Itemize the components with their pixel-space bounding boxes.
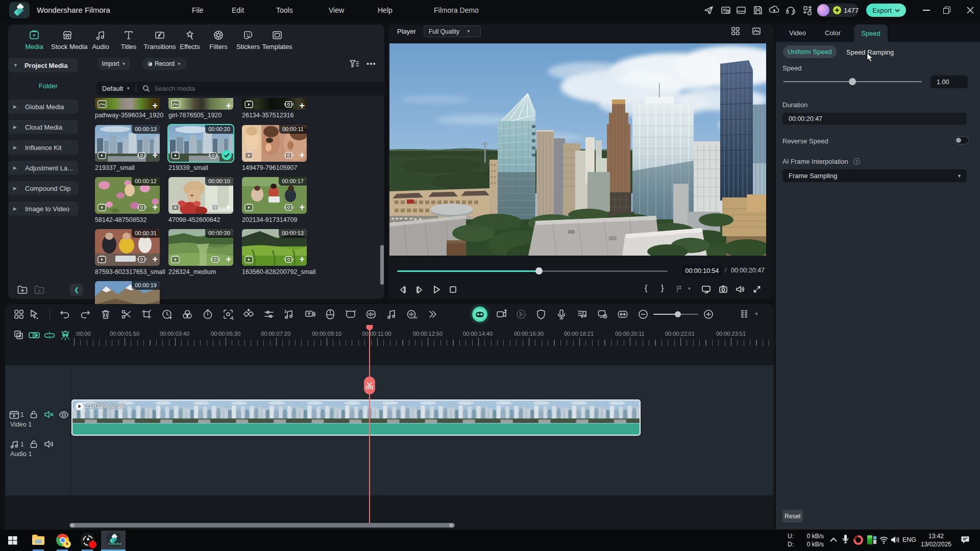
svg-text:AI: AI (414, 316, 418, 319)
